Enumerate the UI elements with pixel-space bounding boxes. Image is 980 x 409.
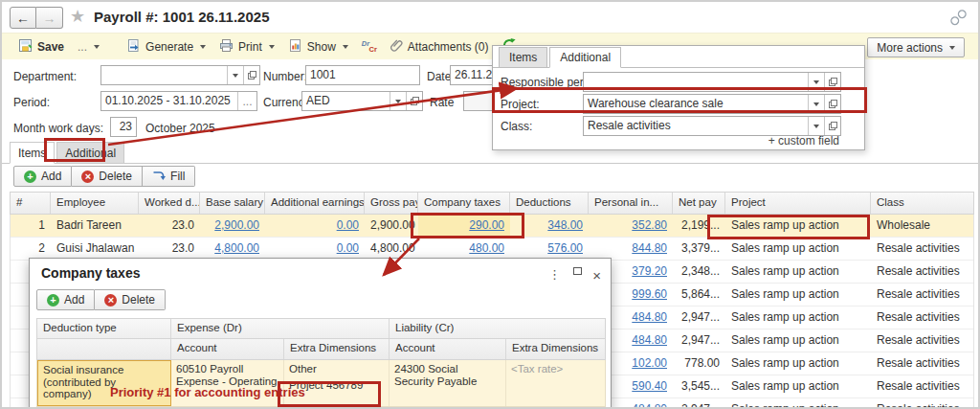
back-button[interactable]: ← [10, 7, 36, 29]
column-header: Net pay [673, 193, 725, 214]
cell-additional-earnings-link[interactable]: 0.00 [265, 238, 365, 260]
responsible-dropdown-button[interactable] [808, 73, 824, 91]
show-button[interactable]: Show [281, 36, 355, 57]
cell-deductions-link[interactable]: 348.00 [510, 215, 589, 237]
cell-class[interactable]: Resale activities [871, 398, 975, 409]
department-dropdown-button[interactable] [227, 66, 243, 84]
cell-class[interactable]: Resale activities [871, 238, 975, 260]
period-value[interactable]: 01.10.2025 - 31.10.2025 [101, 92, 237, 110]
number-value[interactable]: 1001 [306, 66, 419, 84]
month-work-days-field[interactable]: 23 [110, 117, 137, 137]
dialog-menu-icon[interactable]: ⋮ [548, 267, 561, 282]
cell-class[interactable]: Resale activities [871, 375, 975, 398]
currency-value[interactable]: AED [302, 92, 390, 110]
save-button[interactable]: Save [11, 36, 71, 57]
responsible-open-button[interactable] [824, 73, 840, 91]
tab-additional[interactable]: Additional [56, 142, 124, 164]
cell-liability-extra-dimensions[interactable]: <Tax rate> [506, 360, 607, 406]
cell-additional-earnings-link[interactable]: 0.00 [265, 215, 365, 237]
add-row-button[interactable]: Add [13, 166, 72, 187]
cell-project[interactable]: Sales ramp up action [725, 307, 871, 329]
cell-project[interactable]: Sales ramp up action [725, 329, 871, 352]
department-field[interactable] [100, 65, 260, 85]
title-bar: ← → ★ Payroll #: 1001 26.11.2025 [2, 2, 978, 33]
class-field[interactable]: Resale activities [583, 116, 841, 136]
department-value[interactable] [101, 66, 227, 84]
table-row[interactable]: 1 Badri Tareen 23.0 2,900.00 0.00 2,900.… [11, 215, 973, 238]
department-open-button[interactable] [243, 66, 259, 84]
cell-class[interactable]: Resale activities [871, 284, 975, 306]
get-link-icon[interactable] [950, 10, 967, 29]
cell-project[interactable]: Sales ramp up action [725, 261, 871, 283]
more-actions-button[interactable]: More actions [867, 37, 965, 57]
page-title: Payroll #: 1001 26.11.2025 [94, 9, 269, 25]
responsible-person-value[interactable] [584, 73, 808, 91]
app-window: ← → ★ Payroll #: 1001 26.11.2025 Save ..… [0, 0, 980, 409]
cell-project[interactable]: Sales ramp up action [725, 352, 871, 375]
cell-company-taxes-link[interactable]: 480.00 [418, 238, 510, 260]
currency-field[interactable]: AED [301, 91, 423, 111]
forward-icon: → [43, 11, 56, 26]
cell-base-salary-link[interactable]: 2,900.00 [200, 215, 265, 237]
cell-class[interactable]: Resale activities [871, 329, 975, 352]
forward-button[interactable]: → [36, 7, 63, 29]
save-menu-label: ... [78, 36, 87, 57]
favorite-star-icon[interactable]: ★ [70, 6, 85, 27]
cell-class[interactable]: Resale activities [871, 307, 975, 329]
cell-personal-income-link[interactable]: 352.80 [589, 215, 673, 237]
dialog-add-button[interactable]: Add [36, 289, 95, 310]
dialog-toolbar: Add Delete [36, 289, 166, 310]
cell-project[interactable]: Sales ramp up action [725, 238, 871, 260]
cell-personal-income-link[interactable]: 844.80 [589, 238, 673, 260]
cell-worked-days[interactable]: 23.0 [139, 215, 200, 237]
cell-company-taxes-link[interactable]: 290.00 [418, 215, 510, 237]
generate-button[interactable]: Generate [120, 36, 212, 57]
column-header: Deductions [510, 193, 589, 214]
period-field[interactable]: 01.10.2025 - 31.10.2025 ... [100, 91, 257, 111]
cell-liability-account[interactable]: 24300 Social Security Payable [390, 360, 506, 406]
cell-worked-days[interactable]: 23.0 [139, 238, 200, 260]
cell-employee[interactable]: Badri Tareen [51, 215, 139, 237]
cell-class[interactable]: Wholesale [871, 215, 975, 237]
month-work-days-value[interactable]: 23 [111, 118, 136, 136]
dialog-table-row[interactable]: Social insurance (contributed by company… [36, 360, 606, 407]
number-field[interactable]: 1001 [305, 65, 420, 85]
class-value[interactable]: Resale activities [584, 117, 808, 135]
cell-project[interactable]: Sales ramp up action [725, 215, 871, 237]
cell-class[interactable]: Resale activities [871, 261, 975, 283]
project-field[interactable]: Warehouse clearance sale [583, 94, 841, 114]
cell-base-salary-link[interactable]: 4,800.00 [200, 238, 265, 260]
currency-dropdown-button[interactable] [390, 92, 406, 110]
delete-row-button[interactable]: Delete [72, 166, 143, 187]
annotation-priority-note: Priority #1 for accounting entries [110, 385, 305, 399]
currency-open-button[interactable] [406, 92, 422, 110]
class-dropdown-button[interactable] [808, 117, 824, 135]
project-open-button[interactable] [824, 95, 840, 113]
cell-project[interactable]: Sales ramp up action [725, 398, 871, 409]
responsible-person-field[interactable] [583, 72, 841, 92]
panel-tab-additional[interactable]: Additional [549, 47, 621, 68]
cell-class[interactable]: Resale activities [871, 352, 975, 375]
department-label: Department: [13, 67, 77, 86]
cell-deductions-link[interactable]: 576.00 [510, 238, 589, 260]
cell-project[interactable]: Sales ramp up action [725, 284, 871, 306]
dialog-delete-button[interactable]: Delete [95, 289, 166, 310]
print-button[interactable]: Print [212, 36, 281, 57]
project-value[interactable]: Warehouse clearance sale [584, 95, 808, 113]
attachments-button[interactable]: Attachments (0) [384, 36, 496, 57]
drcr-entries-button[interactable]: DrCr [355, 36, 384, 57]
tab-items[interactable]: Items [10, 142, 55, 164]
panel-tab-items[interactable]: Items [499, 47, 547, 68]
period-more-button[interactable]: ... [237, 92, 256, 110]
cell-employee[interactable]: Guisi Jhalawan [51, 238, 139, 260]
add-custom-field-link[interactable]: + custom field [768, 134, 839, 148]
save-menu-button[interactable]: ... [71, 36, 106, 57]
class-open-button[interactable] [824, 117, 840, 135]
dialog-maximize-icon[interactable] [573, 267, 582, 275]
dialog-close-icon[interactable]: × [592, 267, 601, 284]
project-dropdown-button[interactable] [808, 95, 824, 113]
fill-button[interactable]: Fill [143, 166, 195, 187]
chevron-down-icon [813, 80, 819, 84]
cell-project[interactable]: Sales ramp up action [725, 375, 871, 398]
tax-rate-placeholder: <Tax rate> [511, 363, 563, 375]
